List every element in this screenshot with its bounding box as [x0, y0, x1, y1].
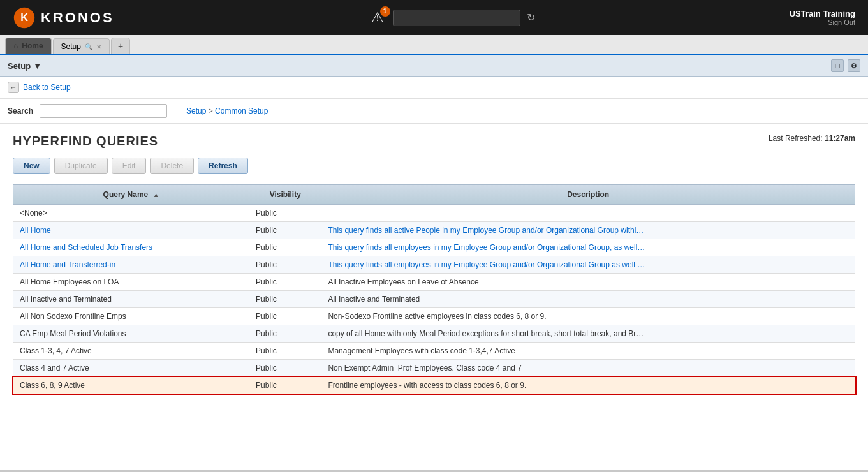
query-name-link[interactable]: All Home and Transferred-in [20, 260, 115, 269]
cell-description [321, 205, 855, 222]
kronos-logo-icon: K [13, 6, 36, 29]
setup-title: Setup ▼ [8, 61, 41, 71]
svg-text:K: K [20, 11, 28, 23]
cell-description: Non-Sodexo Frontline active employees in… [321, 308, 855, 325]
kronos-logo: K KRONOS [13, 6, 114, 29]
table-row[interactable]: Class 4 and 7 ActivePublicNon Exempt Adm… [13, 360, 855, 377]
table-row[interactable]: Class 6, 8, 9 ActivePublicFrontline empl… [13, 377, 855, 394]
back-to-setup-text: Back to Setup [23, 83, 71, 92]
toolbar: New Duplicate Edit Delete Refresh [0, 154, 868, 178]
tab-search-icon: 🔍 [85, 43, 92, 50]
hyperfind-table: Query Name ▲ Visibility Description <Non… [13, 184, 855, 394]
query-name-link[interactable]: All Home [20, 226, 51, 235]
table-row[interactable]: All Home and Scheduled Job TransfersPubl… [13, 239, 855, 256]
user-area: USTrain Training Sign Out [790, 9, 855, 26]
add-tab-button[interactable]: + [111, 38, 130, 54]
cell-query-name: <None> [13, 205, 249, 222]
tab-home-label: Home [22, 41, 43, 50]
table-row[interactable]: All Home and Transferred-inPublicThis qu… [13, 256, 855, 274]
table-row[interactable]: All Home Employees on LOAPublicAll Inact… [13, 274, 855, 291]
back-arrow-icon: ← [8, 82, 19, 93]
top-refresh-icon[interactable]: ↻ [527, 11, 535, 24]
cell-visibility: Public [249, 308, 321, 325]
page-title-area: HYPERFIND QUERIES Last Refreshed: 11:27a… [0, 124, 868, 154]
cell-query-name: All Home Employees on LOA [13, 274, 249, 291]
kronos-text: KRONOS [41, 10, 114, 26]
sort-arrow-icon: ▲ [153, 191, 159, 198]
table-row[interactable]: CA Emp Meal Period ViolationsPubliccopy … [13, 325, 855, 343]
setup-title-text: Setup [8, 61, 31, 71]
cell-query-name: All Home [13, 222, 249, 239]
setup-header: Setup ▼ □ ⚙ [0, 55, 868, 77]
breadcrumb: Setup > Common Setup [186, 107, 268, 115]
cell-query-name: All Non Sodexo Frontline Emps [13, 308, 249, 325]
table-row[interactable]: All Inactive and TerminatedPublicAll Ina… [13, 291, 855, 308]
refresh-button[interactable]: Refresh [198, 158, 248, 174]
cell-description: This query finds all active People in my… [321, 222, 855, 239]
cell-query-name: Class 4 and 7 Active [13, 360, 249, 377]
page-title: HYPERFIND QUERIES [13, 134, 158, 149]
setup-restore-icon[interactable]: □ [831, 59, 844, 72]
back-to-setup-link[interactable]: ← Back to Setup [8, 82, 860, 93]
top-search-area: ⚠ 1 ↻ [369, 9, 535, 27]
sign-out-link[interactable]: Sign Out [790, 18, 855, 26]
table-row[interactable]: All HomePublicThis query finds all activ… [13, 222, 855, 239]
last-refreshed-label: Last Refreshed: [769, 134, 823, 143]
cell-visibility: Public [249, 343, 321, 360]
cell-description: Frontline employees - with access to cla… [321, 377, 855, 394]
cell-description: All Inactive and Terminated [321, 291, 855, 308]
column-query-name-label: Query Name [103, 190, 149, 199]
cell-description: This query finds all employees in my Emp… [321, 256, 855, 274]
breadcrumb-common-setup[interactable]: Common Setup [215, 107, 268, 115]
cell-description: This query finds all employees in my Emp… [321, 239, 855, 256]
home-icon: ⌂ [13, 41, 18, 50]
edit-button[interactable]: Edit [112, 158, 147, 174]
table-row[interactable]: All Non Sodexo Frontline EmpsPublicNon-S… [13, 308, 855, 325]
notification-bell[interactable]: ⚠ 1 [369, 9, 386, 27]
column-description: Description [321, 185, 855, 205]
table-body: <None>PublicAll HomePublicThis query fin… [13, 205, 855, 394]
tab-setup[interactable]: Setup 🔍 ✕ [53, 38, 110, 54]
column-visibility: Visibility [249, 185, 321, 205]
back-bar: ← Back to Setup [0, 77, 868, 99]
setup-icons: □ ⚙ [831, 59, 860, 72]
search-bar: Search Setup > Common Setup [0, 99, 868, 124]
new-button[interactable]: New [13, 158, 50, 174]
cell-query-name: All Home and Scheduled Job Transfers [13, 239, 249, 256]
last-refreshed: Last Refreshed: 11:27am [769, 134, 855, 143]
user-name: USTrain Training [790, 9, 855, 18]
search-label: Search [8, 107, 33, 115]
last-refreshed-time: 11:27am [825, 134, 855, 143]
table-row[interactable]: <None>Public [13, 205, 855, 222]
cell-description: Management Employees with class code 1-3… [321, 343, 855, 360]
setup-dropdown-arrow[interactable]: ▼ [33, 61, 41, 71]
cell-visibility: Public [249, 360, 321, 377]
cell-visibility: Public [249, 377, 321, 394]
cell-query-name: CA Emp Meal Period Violations [13, 325, 249, 343]
column-query-name[interactable]: Query Name ▲ [13, 185, 249, 205]
breadcrumb-setup[interactable]: Setup [186, 107, 206, 115]
query-name-link[interactable]: All Home and Scheduled Job Transfers [20, 243, 152, 252]
cell-query-name: Class 6, 8, 9 Active [13, 377, 249, 394]
cell-query-name: Class 1-3, 4, 7 Active [13, 343, 249, 360]
duplicate-button[interactable]: Duplicate [54, 158, 108, 174]
setup-settings-icon[interactable]: ⚙ [848, 59, 860, 72]
column-description-label: Description [567, 190, 609, 199]
cell-visibility: Public [249, 256, 321, 274]
breadcrumb-separator: > [209, 107, 215, 115]
table-header-row: Query Name ▲ Visibility Description [13, 185, 855, 205]
cell-visibility: Public [249, 274, 321, 291]
cell-visibility: Public [249, 291, 321, 308]
tab-close-icon[interactable]: ✕ [96, 43, 101, 50]
search-input[interactable] [40, 104, 167, 118]
top-navbar: K KRONOS ⚠ 1 ↻ USTrain Training Sign Out [0, 0, 868, 35]
tab-setup-label: Setup [61, 42, 81, 51]
delete-button[interactable]: Delete [150, 158, 194, 174]
cell-visibility: Public [249, 239, 321, 256]
cell-description: All Inactive Employees on Leave of Absen… [321, 274, 855, 291]
tab-home[interactable]: ⌂ Home [5, 38, 52, 54]
cell-visibility: Public [249, 325, 321, 343]
table-row[interactable]: Class 1-3, 4, 7 ActivePublicManagement E… [13, 343, 855, 360]
cell-visibility: Public [249, 205, 321, 222]
top-search-input[interactable] [393, 10, 520, 26]
